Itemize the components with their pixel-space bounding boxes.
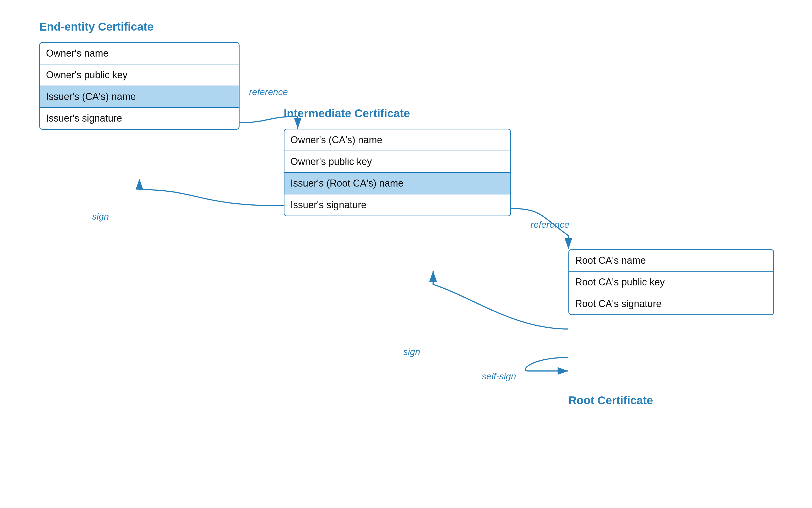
root-row-2: Root CA's signature [569, 293, 773, 314]
reference1-label: reference [249, 87, 288, 97]
root-cert: Root CA's name Root CA's public key Root… [569, 249, 774, 315]
intermediate-row-0: Owner's (CA's) name [284, 129, 510, 151]
end-entity-row-1: Owner's public key [40, 65, 239, 86]
intermediate-row-3: Issuer's signature [284, 195, 510, 216]
sign1-arrow [139, 179, 284, 206]
intermediate-title: Intermediate Certificate [284, 107, 410, 120]
root-title: Root Certificate [569, 394, 653, 407]
sign1-label: sign [92, 211, 109, 222]
root-row-0: Root CA's name [569, 250, 773, 271]
end-entity-row-2: Issuer's (CA's) name [40, 86, 239, 108]
end-entity-title: End-entity Certificate [39, 20, 153, 33]
sign2-label: sign [403, 347, 420, 357]
end-entity-row-3: Issuer's signature [40, 108, 239, 129]
end-entity-cert: Owner's name Owner's public key Issuer's… [39, 42, 239, 130]
intermediate-cert: Owner's (CA's) name Owner's public key I… [284, 129, 511, 216]
reference2-label: reference [531, 219, 570, 230]
intermediate-row-1: Owner's public key [284, 151, 510, 173]
intermediate-row-2: Issuer's (Root CA's) name [284, 173, 510, 195]
sign2-arrow [433, 271, 569, 329]
root-row-1: Root CA's public key [569, 271, 773, 293]
end-entity-row-0: Owner's name [40, 43, 239, 65]
selfsign-label: self-sign [482, 371, 516, 382]
selfsign-arrow [525, 357, 569, 371]
